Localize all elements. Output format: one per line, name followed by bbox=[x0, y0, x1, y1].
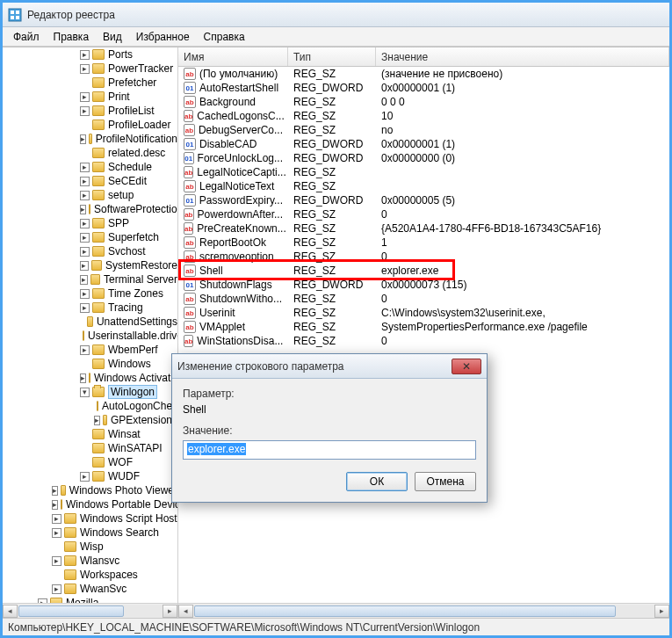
tree-toggle-icon[interactable]: ▾ bbox=[80, 388, 90, 397]
value-row[interactable]: abVMAppletREG_SZSystemPropertiesPerforma… bbox=[178, 320, 669, 334]
menu-избранное[interactable]: Избранное bbox=[129, 29, 197, 45]
tree-item[interactable]: WOF bbox=[3, 455, 177, 469]
tree-item[interactable]: UnattendSettings bbox=[3, 315, 177, 329]
tree-item[interactable]: ▸Time Zones bbox=[3, 286, 177, 301]
tree-toggle-icon[interactable]: ▸ bbox=[80, 205, 86, 214]
list-hscrollbar[interactable]: ◂ ▸ bbox=[178, 603, 669, 618]
tree-toggle-icon[interactable]: ▸ bbox=[80, 191, 90, 200]
ok-button[interactable]: ОК bbox=[346, 472, 408, 491]
tree-toggle-icon[interactable]: ▸ bbox=[80, 247, 90, 257]
tree-item[interactable]: Workspaces bbox=[3, 568, 177, 582]
tree-item[interactable]: ▸Windows Search bbox=[3, 526, 177, 540]
tree-item[interactable]: Windows bbox=[3, 357, 177, 371]
column-value[interactable]: Значение bbox=[376, 47, 669, 66]
value-row[interactable]: 01PasswordExpiry...REG_DWORD0x00000005 (… bbox=[178, 193, 669, 207]
scroll-left-arrow-icon[interactable]: ◂ bbox=[178, 605, 193, 618]
value-row[interactable]: abCachedLogonsC...REG_SZ10 bbox=[178, 109, 669, 123]
tree-item[interactable]: related.desc bbox=[3, 146, 177, 160]
tree-toggle-icon[interactable]: ▸ bbox=[80, 134, 86, 144]
scroll-right-arrow-icon[interactable]: ▸ bbox=[163, 605, 177, 618]
tree-toggle-icon[interactable]: ▸ bbox=[52, 528, 61, 538]
tree-item[interactable]: ▸Superfetch bbox=[3, 230, 177, 244]
tree-item[interactable]: ▸Schedule bbox=[3, 160, 177, 174]
tree-item[interactable]: Winsat bbox=[3, 427, 177, 441]
tree-item[interactable]: WinSATAPI bbox=[3, 441, 177, 455]
dialog-titlebar[interactable]: Изменение строкового параметра ✕ bbox=[172, 354, 487, 379]
scroll-left-arrow-icon[interactable]: ◂ bbox=[3, 605, 18, 618]
tree-toggle-icon[interactable]: ▸ bbox=[52, 486, 58, 496]
menu-вид[interactable]: Вид bbox=[96, 29, 129, 45]
value-row[interactable]: 01DisableCADREG_DWORD0x00000001 (1) bbox=[178, 137, 669, 151]
tree-toggle-icon[interactable]: ▸ bbox=[52, 584, 61, 594]
tree-toggle-icon[interactable]: ▸ bbox=[80, 50, 90, 60]
value-row[interactable]: abscremoveoptionREG_SZ0 bbox=[178, 250, 669, 264]
tree-item[interactable]: ▸Ports bbox=[3, 47, 177, 62]
tree-item[interactable]: ▸SystemRestore bbox=[3, 258, 177, 272]
tree-item[interactable]: AutoLogonChecked bbox=[3, 399, 177, 413]
tree-toggle-icon[interactable]: ▸ bbox=[80, 163, 90, 172]
tree-toggle-icon[interactable]: ▸ bbox=[80, 64, 90, 74]
column-type[interactable]: Тип bbox=[288, 47, 376, 66]
tree-item[interactable]: ▸ProfileNotification bbox=[3, 132, 177, 146]
tree-toggle-icon[interactable]: ▸ bbox=[80, 303, 90, 313]
cancel-button[interactable]: Отмена bbox=[415, 472, 476, 491]
column-name[interactable]: Имя bbox=[178, 47, 288, 66]
tree-toggle-icon[interactable]: ▸ bbox=[52, 500, 58, 510]
tree-item[interactable]: ▸Svchost bbox=[3, 244, 177, 258]
scroll-right-arrow-icon[interactable]: ▸ bbox=[654, 605, 669, 618]
value-row[interactable]: abShutdownWitho...REG_SZ0 bbox=[178, 292, 669, 306]
tree-item[interactable]: ▸Windows Portable Devices bbox=[3, 497, 177, 511]
tree-toggle-icon[interactable]: ▸ bbox=[80, 373, 86, 383]
tree-item[interactable]: ▸WwanSvc bbox=[3, 582, 177, 596]
tree-toggle-icon[interactable]: ▸ bbox=[52, 556, 61, 566]
tree-item[interactable]: ▾Winlogon bbox=[3, 385, 177, 399]
tree-item[interactable]: ProfileLoader bbox=[3, 118, 177, 132]
tree-hscrollbar[interactable]: ◂ ▸ bbox=[3, 603, 177, 618]
tree-item[interactable]: ▸ProfileList bbox=[3, 104, 177, 118]
tree-scroll[interactable]: ▸Ports▸PowerTrackerPrefetcher▸Print▸Prof… bbox=[3, 47, 177, 618]
tree-toggle-icon[interactable]: ▸ bbox=[80, 92, 90, 102]
value-row[interactable]: abWinStationsDisa...REG_SZ0 bbox=[178, 334, 669, 348]
scroll-track[interactable] bbox=[193, 605, 654, 618]
scroll-track[interactable] bbox=[18, 605, 163, 618]
tree-item[interactable]: Userinstallable.drivers bbox=[3, 329, 177, 343]
value-input[interactable]: explorer.exe bbox=[183, 440, 476, 460]
value-row[interactable]: abShellREG_SZexplorer.exe bbox=[178, 264, 669, 278]
tree-item[interactable]: ▸Windows Script Host bbox=[3, 511, 177, 526]
menu-справка[interactable]: Справка bbox=[197, 29, 252, 45]
tree-toggle-icon[interactable]: ▸ bbox=[80, 289, 90, 299]
tree-item[interactable]: ▸WbemPerf bbox=[3, 343, 177, 357]
menu-правка[interactable]: Правка bbox=[47, 29, 97, 45]
value-row[interactable]: abDebugServerCo...REG_SZno bbox=[178, 123, 669, 137]
tree-item[interactable]: ▸Print bbox=[3, 90, 177, 104]
value-row[interactable]: ab(По умолчанию)REG_SZ(значение не присв… bbox=[178, 67, 669, 81]
tree-item[interactable]: ▸GPExtensions bbox=[3, 413, 177, 427]
tree-item[interactable]: ▸Windows Activation Technologies bbox=[3, 371, 177, 385]
tree-toggle-icon[interactable]: ▸ bbox=[94, 416, 100, 425]
menu-файл[interactable]: Файл bbox=[6, 29, 47, 45]
close-button[interactable]: ✕ bbox=[452, 359, 481, 374]
tree-item[interactable]: ▸Wlansvc bbox=[3, 554, 177, 568]
tree-item[interactable]: ▸SoftwareProtectionPlatform bbox=[3, 202, 177, 216]
tree-toggle-icon[interactable]: ▸ bbox=[80, 472, 90, 482]
tree-toggle-icon[interactable]: ▸ bbox=[52, 514, 61, 524]
value-row[interactable]: abPowerdownAfter...REG_SZ0 bbox=[178, 207, 669, 221]
scroll-thumb[interactable] bbox=[194, 605, 616, 617]
tree-item[interactable]: ▸SPP bbox=[3, 216, 177, 230]
tree-item[interactable]: ▸Tracing bbox=[3, 301, 177, 315]
scroll-thumb[interactable] bbox=[18, 605, 124, 617]
value-row[interactable]: 01ForceUnlockLog...REG_DWORD0x00000000 (… bbox=[178, 151, 669, 165]
tree-item[interactable]: ▸SeCEdit bbox=[3, 174, 177, 188]
value-row[interactable]: 01AutoRestartShellREG_DWORD0x00000001 (1… bbox=[178, 81, 669, 95]
tree-toggle-icon[interactable]: ▸ bbox=[80, 275, 88, 285]
value-row[interactable]: 01ShutdownFlagsREG_DWORD0x00000073 (115) bbox=[178, 278, 669, 292]
tree-item[interactable]: ▸WUDF bbox=[3, 469, 177, 483]
tree-item[interactable]: ▸PowerTracker bbox=[3, 62, 177, 76]
tree-toggle-icon[interactable]: ▸ bbox=[80, 233, 90, 243]
tree-toggle-icon[interactable]: ▸ bbox=[80, 219, 90, 228]
value-row[interactable]: abBackgroundREG_SZ0 0 0 bbox=[178, 95, 669, 109]
tree-item[interactable]: Prefetcher bbox=[3, 76, 177, 90]
tree-item[interactable]: ▸Windows Photo Viewer bbox=[3, 483, 177, 497]
tree-toggle-icon[interactable]: ▸ bbox=[80, 345, 90, 355]
value-row[interactable]: abLegalNoticeTextREG_SZ bbox=[178, 179, 669, 193]
